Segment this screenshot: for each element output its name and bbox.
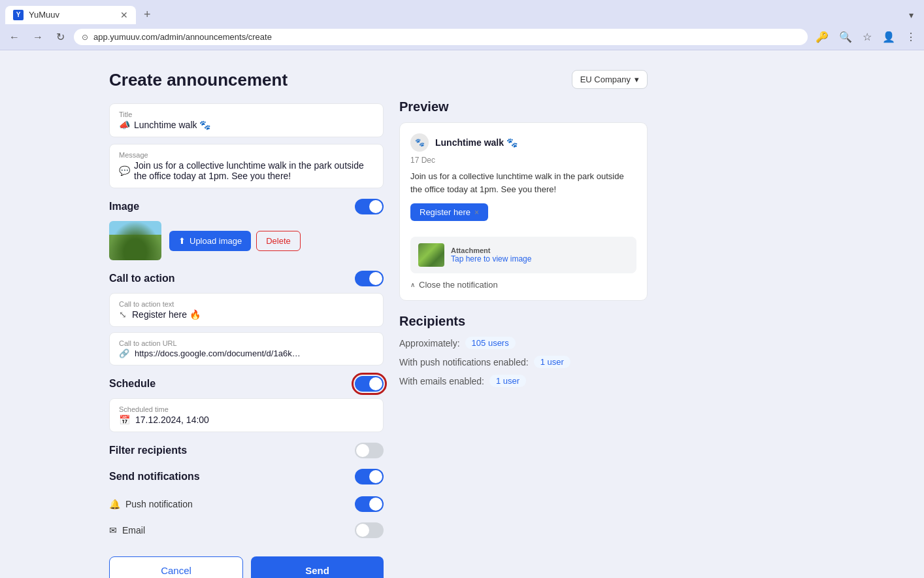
preview-card: 🐾 Lunchtime walk 🐾 17 Dec Join us for a … [399,122,648,301]
cta-text-content: Register here 🔥 [132,309,201,320]
filter-recipients-row: Filter recipients [109,443,384,458]
scheduled-time-field[interactable]: Scheduled time 📅 17.12.2024, 14:00 [109,398,384,432]
approximately-row: Approximately: 105 users [399,337,648,349]
push-notification-row: 🔔 Push notification [109,491,384,517]
page-title: Create announcement [109,70,384,90]
cta-url-field[interactable]: Call to action URL 🔗 https://docs.google… [109,332,384,366]
approximately-label: Approximately: [399,338,460,348]
delete-image-button[interactable]: Delete [256,231,301,251]
form-panel: Create announcement Title 📣 Lunchtime wa… [109,70,384,578]
image-section: ⬆ Upload image Delete [109,221,384,260]
profile-icon-button[interactable]: 👤 [880,28,898,46]
message-text: Join us for a collective lunchtime walk … [134,160,374,181]
schedule-section-row: Schedule [109,376,384,392]
push-notification-toggle[interactable] [355,496,384,512]
cta-url-content: https://docs.google.com/document/d/1a6kJ… [135,348,305,358]
close-notification-button[interactable]: ∧ Close the notification [410,280,636,290]
preview-cta-container: Register here × [410,203,636,229]
push-enabled-badge: 1 user [534,356,570,368]
preview-cta-label: Register here [420,207,470,217]
schedule-toggle[interactable] [355,376,384,392]
emails-enabled-badge: 1 user [489,375,526,387]
bell-icon: 🔔 [109,499,120,509]
upload-icon: ⬆ [178,236,186,246]
attachment-info: Attachment Tap here to view image [451,246,531,264]
attachment-link[interactable]: Tap here to view image [451,254,531,264]
close-notification-label: Close the notification [419,280,498,290]
back-button[interactable]: ← [5,29,24,46]
image-actions: ⬆ Upload image Delete [169,231,301,251]
cta-toggle[interactable] [355,271,384,286]
main-container: Create announcement Title 📣 Lunchtime wa… [109,70,815,578]
forward-button[interactable]: → [29,29,47,46]
image-section-label: Image [109,201,139,212]
preview-section-title: Preview [399,99,648,114]
push-notification-text: Push notification [125,499,193,509]
company-dropdown-icon: ▾ [635,75,639,84]
email-toggle[interactable] [355,522,384,538]
cta-url-label: Call to action URL [119,339,374,347]
preview-cta-close-icon[interactable]: × [474,208,479,217]
menu-icon-button[interactable]: ⋮ [903,28,919,46]
attachment-label: Attachment [451,246,531,254]
mail-icon: ✉ [109,525,117,536]
approximately-badge: 105 users [465,337,516,349]
title-field[interactable]: Title 📣 Lunchtime walk 🐾 [109,103,384,137]
upload-image-button[interactable]: ⬆ Upload image [169,231,251,251]
image-toggle[interactable] [355,199,384,214]
preview-notification-title: Lunchtime walk 🐾 [435,137,518,148]
new-tab-button[interactable]: + [139,5,156,24]
image-thumb-inner [109,221,161,260]
company-label: EU Company [580,75,631,84]
nav-icons: 🔑 🔍 ☆ 👤 ⋮ [813,28,919,46]
filter-recipients-label: Filter recipients [109,445,187,456]
url-text: app.yumuuv.com/admin/announcements/creat… [93,32,272,42]
cancel-button[interactable]: Cancel [109,556,243,578]
address-lock-icon: ⊙ [82,33,88,42]
send-notifications-toggle[interactable] [355,469,384,484]
tab-favicon: Y [13,10,24,20]
scheduled-time-content: 17.12.2024, 14:00 [135,415,209,425]
action-buttons: Cancel Send [109,556,384,578]
preview-header: 🐾 Lunchtime walk 🐾 [410,133,636,152]
tab-bar: Y YuMuuv ✕ + ▾ [0,0,924,24]
cta-text-field[interactable]: Call to action text ⤡ Register here 🔥 [109,293,384,327]
scheduled-time-label: Scheduled time [119,405,374,413]
emails-enabled-row: With emails enabled: 1 user [399,375,648,387]
preview-cta-button[interactable]: Register here × [410,203,488,221]
address-bar[interactable]: ⊙ app.yumuuv.com/admin/announcements/cre… [74,29,808,45]
tab-close-button[interactable]: ✕ [120,10,128,20]
title-label: Title [119,110,374,118]
email-notification-label: ✉ Email [109,525,145,536]
nav-bar: ← → ↻ ⊙ app.yumuuv.com/admin/announcemen… [0,24,924,50]
send-notifications-row: Send notifications [109,469,384,484]
filter-recipients-toggle[interactable] [355,443,384,458]
image-thumbnail [109,221,161,260]
send-button[interactable]: Send [251,556,384,578]
search-icon-button[interactable]: 🔍 [836,28,855,46]
browser-dropdown-button[interactable]: ▾ [904,7,919,23]
chevron-up-icon: ∧ [410,281,415,288]
cta-url-value: 🔗 https://docs.google.com/document/d/1a6… [119,348,374,358]
message-icon: 💬 [119,165,130,176]
cta-section-label: Call to action [109,273,174,284]
browser-chrome: Y YuMuuv ✕ + ▾ ← → ↻ ⊙ app.yumuuv.com/ad… [0,0,924,50]
refresh-button[interactable]: ↻ [52,28,69,46]
push-notification-label: 🔔 Push notification [109,499,193,509]
company-selector-button[interactable]: EU Company ▾ [572,70,648,89]
password-icon-button[interactable]: 🔑 [813,28,831,46]
bookmark-icon-button[interactable]: ☆ [860,28,874,46]
active-tab[interactable]: Y YuMuuv ✕ [5,6,136,24]
message-field[interactable]: Message 💬 Join us for a collective lunch… [109,144,384,188]
attachment-thumbnail [418,243,444,267]
push-enabled-label: With push notifications enabled: [399,357,529,367]
preview-date: 17 Dec [410,156,636,165]
message-value: 💬 Join us for a collective lunchtime wal… [119,160,374,181]
push-enabled-row: With push notifications enabled: 1 user [399,356,648,368]
resize-icon: ⤡ [119,309,127,320]
preview-message: Join us for a collective lunchtime walk … [410,170,636,196]
tab-title: YuMuuv [29,10,115,20]
email-notification-row: ✉ Email [109,517,384,543]
email-label-text: Email [122,525,145,536]
image-section-row: Image [109,199,384,214]
